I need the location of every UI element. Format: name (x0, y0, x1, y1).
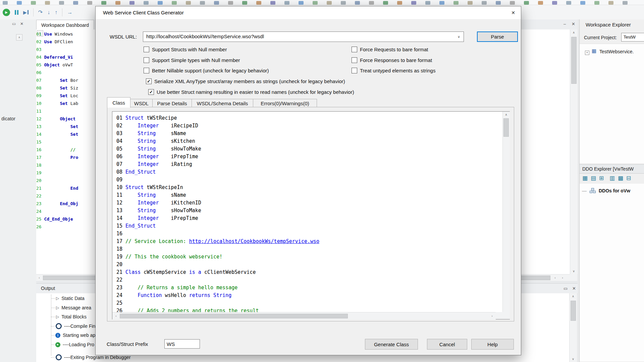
dialog-title-bar[interactable]: Web Service Client Class Generator ✕ (96, 6, 521, 19)
checkbox-unchecked[interactable] (352, 68, 357, 73)
toolbar-icon-fragment[interactable] (594, 1, 599, 5)
ddo-toolbar-icon[interactable]: ▥ (609, 175, 615, 182)
output-list-item[interactable]: ▷Message area (36, 304, 91, 312)
scroll-down-arrow[interactable]: ∨ (570, 356, 577, 362)
tab-class[interactable]: Class (107, 97, 130, 108)
scroll-right-arrow[interactable]: › (489, 313, 495, 319)
close-icon[interactable]: ✕ (20, 21, 23, 26)
toolbar-icon-fragment[interactable] (59, 1, 64, 5)
toolbar-icon-fragment[interactable] (73, 1, 78, 5)
toolbar-icon-fragment[interactable] (214, 1, 219, 5)
cancel-button[interactable]: Cancel (427, 339, 467, 350)
toolbar-icon-fragment[interactable] (369, 1, 374, 5)
scroll-left-arrow[interactable]: ‹ (113, 313, 119, 319)
help-button[interactable]: Help (471, 339, 514, 350)
toolbar-icon-fragment[interactable] (411, 1, 416, 5)
toolbar-icon-fragment[interactable] (524, 1, 529, 5)
output-list-item[interactable]: ▶----Loading Pro (36, 341, 94, 349)
checkbox-unchecked[interactable] (144, 57, 149, 63)
ddo-toolbar-icon[interactable]: ⊞ (599, 175, 604, 182)
checkbox-unchecked[interactable] (144, 68, 149, 73)
workspace-explorer-tree[interactable]: + ▦ TestWebservice. (580, 44, 644, 163)
generate-class-button[interactable]: Generate Class (365, 339, 418, 350)
service-location-link[interactable]: http://localhost/CookbookWs/tempService.… (189, 238, 319, 244)
toolbar-icon-fragment[interactable] (200, 1, 205, 5)
generated-code-viewer[interactable]: 01 Struct tWStRecipe02 Integer iRecipeID… (112, 111, 510, 319)
tab-wsdl-schema-details[interactable]: WSDL/Schema Details (192, 99, 253, 107)
scroll-down-arrow[interactable]: ∨ (570, 268, 577, 274)
toolbar-icon-fragment[interactable] (115, 1, 120, 5)
toolbar-icon-fragment[interactable] (158, 1, 163, 5)
toolbar-icon-fragment[interactable] (228, 1, 233, 5)
toolbar-icon-fragment[interactable] (242, 1, 247, 5)
toolbar-icon-fragment[interactable] (172, 1, 177, 5)
scrollbar-thumb[interactable] (503, 118, 509, 137)
toolbar-icon-fragment[interactable] (129, 1, 135, 5)
toolbar-icon-fragment[interactable] (284, 1, 289, 5)
toolbar-icon-fragment[interactable] (313, 1, 318, 5)
toolbar-icon-fragment[interactable] (17, 1, 22, 5)
code-horizontal-scrollbar[interactable]: ‹ › (112, 312, 496, 319)
class-struct-prefix-input[interactable] (164, 339, 200, 349)
chevron-down-icon[interactable]: ∨ (455, 32, 463, 41)
pin-icon[interactable]: ▭ (12, 21, 16, 26)
ddo-explorer-tree[interactable]: — DDOs for oVw (580, 184, 644, 361)
pin-icon[interactable]: ▭ (564, 286, 568, 291)
tab-parse-details[interactable]: Parse Details (152, 99, 192, 107)
toolbar-icon-fragment[interactable] (270, 1, 275, 5)
toolbar-icon-fragment[interactable] (453, 1, 459, 5)
checkbox-unchecked[interactable] (352, 57, 357, 63)
scroll-right-arrow[interactable]: › (559, 275, 566, 281)
expand-triangle-icon[interactable]: ▷ (56, 314, 59, 319)
toolbar-icon-fragment[interactable] (3, 1, 8, 5)
checkbox-unchecked[interactable] (144, 47, 149, 52)
toolbar-icon-fragment[interactable] (327, 1, 332, 5)
step-into-icon[interactable]: ↓ (47, 9, 50, 16)
scrollbar-thumb[interactable] (120, 314, 348, 318)
toolbar-icon-fragment[interactable] (101, 1, 106, 5)
output-list-item[interactable]: iStarting web ap (36, 331, 95, 339)
toolbar-icon-fragment[interactable] (566, 1, 571, 5)
run-to-cursor-icon[interactable]: → (67, 9, 72, 16)
ddo-explorer-header[interactable]: DDO Explorer [VwTestW (580, 164, 644, 174)
close-icon[interactable]: ✕ (572, 286, 576, 291)
ddo-tree-item[interactable]: DDOs for oVw (599, 188, 630, 193)
ddo-toolbar-icon[interactable]: ▤ (591, 175, 596, 182)
toolbar-icon-fragment[interactable] (439, 1, 444, 5)
step-over-icon[interactable]: ↷ (38, 9, 43, 16)
scroll-up-arrow[interactable]: ∧ (570, 293, 577, 299)
project-tree-item[interactable]: TestWebservice. (599, 49, 634, 54)
parse-button[interactable]: Parse (477, 32, 518, 42)
toolbar-icon-fragment[interactable] (468, 1, 473, 5)
output-list-item[interactable]: ▷Total Blocks (36, 313, 87, 321)
expand-plus-icon[interactable]: + (585, 51, 589, 55)
output-vertical-scrollbar[interactable]: ∧ ∨ (569, 293, 577, 362)
current-project-combobox[interactable]: TestW (621, 33, 644, 42)
ddo-toolbar-icon[interactable]: ⊟ (626, 175, 631, 182)
run-to-end-icon[interactable]: ▶ (23, 10, 29, 15)
tab-wsdl[interactable]: WSDL (130, 99, 153, 107)
toolbar-icon-fragment[interactable] (383, 1, 388, 5)
output-list-item[interactable]: ▷Static Data (36, 294, 85, 302)
pause-icon[interactable] (15, 9, 18, 16)
toolbar-icon-fragment[interactable] (482, 1, 487, 5)
toolbar-icon-fragment[interactable] (538, 1, 543, 5)
toolbar-icon-fragment[interactable] (144, 1, 149, 5)
output-list-item[interactable]: ----Compile Fin (36, 322, 95, 330)
checkbox-unchecked[interactable] (352, 47, 357, 52)
scrollbar-thumb[interactable] (571, 301, 576, 321)
toolbar-icon-fragment[interactable] (623, 1, 628, 5)
close-button[interactable]: ✕ (505, 6, 521, 19)
expand-triangle-icon[interactable]: ▷ (56, 296, 59, 301)
scrollbar-thumb[interactable] (571, 37, 577, 84)
editor-vertical-scrollbar[interactable]: ∧ ∨ (570, 29, 578, 274)
toolbar-icon-fragment[interactable] (580, 1, 585, 5)
toolbar-icon-fragment[interactable] (355, 1, 360, 5)
checkbox-checked[interactable]: ✓ (146, 78, 152, 84)
toolbar-icon-fragment[interactable] (299, 1, 304, 5)
toolbar-icon-fragment[interactable] (87, 1, 92, 5)
toolbar-icon-fragment[interactable] (341, 1, 346, 5)
toolbar-icon-fragment[interactable] (510, 1, 515, 5)
ddo-toolbar-icon[interactable]: ▦ (582, 175, 588, 182)
toolbar-icon-fragment[interactable] (186, 1, 191, 5)
